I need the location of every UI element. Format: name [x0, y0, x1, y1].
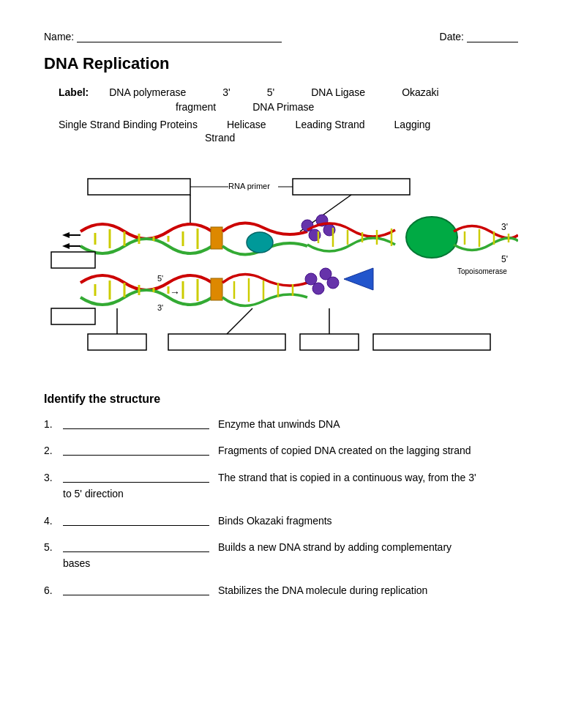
date-field: Date: — [440, 29, 518, 42]
diagram-svg: RNA primer — [44, 158, 518, 378]
q3-text: The strand that is copied in a continuou… — [218, 469, 518, 486]
question-5: 5. Builds a new DNA strand by adding com… — [44, 539, 518, 572]
q2-num: 2. — [44, 442, 59, 458]
svg-rect-61 — [373, 334, 490, 350]
identify-heading: Identify the structure — [44, 393, 518, 406]
question-6: 6. Stabilizes the DNA molecule during re… — [44, 582, 518, 598]
three-prime-top: 3' — [501, 222, 508, 232]
svg-text:→: → — [170, 286, 180, 298]
svg-rect-58 — [88, 334, 146, 350]
label-item-fragment: fragment — [176, 101, 216, 113]
name-field: Name: — [44, 29, 282, 42]
q3-blank[interactable] — [63, 469, 209, 483]
diagram-container: RNA primer — [44, 158, 518, 378]
svg-point-52 — [305, 273, 317, 285]
label-item-dna-ligase: DNA Ligase — [311, 86, 365, 98]
page-title: DNA Replication — [44, 54, 518, 73]
q3-num: 3. — [44, 469, 59, 486]
q6-num: 6. — [44, 582, 59, 598]
svg-point-54 — [312, 283, 324, 294]
date-label: Date: — [440, 31, 464, 42]
q1-text: Enzyme that unwinds DNA — [218, 416, 518, 432]
rna-primer-label: RNA primer — [228, 182, 270, 190]
svg-text:5': 5' — [157, 274, 163, 283]
svg-rect-2 — [293, 179, 410, 195]
svg-point-16 — [247, 232, 273, 253]
svg-point-27 — [406, 217, 457, 258]
five-prime-bottom: 5' — [501, 254, 508, 264]
question-4: 4. Binds Okazaki fragments — [44, 513, 518, 529]
question-3: 3. The strand that is copied in a contin… — [44, 469, 518, 502]
svg-rect-60 — [300, 334, 359, 350]
svg-rect-46 — [211, 278, 222, 300]
q1-num: 1. — [44, 416, 59, 432]
svg-rect-1 — [88, 179, 190, 195]
svg-rect-62 — [51, 252, 95, 268]
q5-blank[interactable] — [63, 539, 209, 552]
label-item-leading-strand: Leading Strand — [296, 119, 365, 130]
q5-num: 5. — [44, 539, 59, 555]
q1-blank[interactable] — [63, 416, 209, 429]
label-section: Label: DNA polymerase 3' 5' DNA Ligase O… — [44, 86, 518, 144]
identify-section: Identify the structure 1. Enzyme that un… — [44, 393, 518, 598]
question-1: 1. Enzyme that unwinds DNA — [44, 416, 518, 432]
label-bold: Label: — [59, 86, 89, 98]
q5-text: Builds a new DNA strand by adding comple… — [218, 539, 518, 555]
label-item-strand: Strand — [205, 132, 235, 144]
svg-rect-59 — [168, 334, 285, 350]
label-item-5prime: 5' — [267, 86, 274, 98]
q6-text: Stabilizes the DNA molecule during repli… — [218, 582, 518, 598]
header: Name: Date: — [44, 29, 518, 42]
q2-text: Fragments of copied DNA created on the l… — [218, 442, 518, 458]
q2-blank[interactable] — [63, 442, 209, 456]
label-item-dna-primase: DNA Primase — [252, 101, 314, 113]
label-item-lagging: Lagging — [394, 119, 431, 130]
svg-text:3': 3' — [157, 303, 163, 312]
name-input-line[interactable] — [77, 29, 282, 42]
date-input-line[interactable] — [467, 29, 518, 42]
label-item-3prime: 3' — [222, 86, 230, 98]
q4-blank[interactable] — [63, 513, 209, 526]
label-item-dna-polymerase: DNA polymerase — [109, 86, 186, 98]
topoisomerase-label: Topoisomerase — [457, 267, 507, 275]
label-item-ssbp: Single Strand Binding Proteins — [59, 119, 198, 130]
label-item-okazaki: Okazaki — [402, 86, 439, 98]
name-label: Name: — [44, 31, 74, 42]
question-2: 2. Fragments of copied DNA created on th… — [44, 442, 518, 458]
q3-text-cont: to 5' direction — [63, 488, 124, 499]
q4-num: 4. — [44, 513, 59, 529]
svg-point-55 — [327, 277, 339, 289]
label-item-helicase: Helicase — [227, 119, 266, 130]
q4-text: Binds Okazaki fragments — [218, 513, 518, 529]
q6-blank[interactable] — [63, 582, 209, 595]
svg-rect-63 — [51, 308, 95, 324]
svg-rect-15 — [211, 227, 222, 249]
q5-text-cont: bases — [63, 557, 90, 569]
